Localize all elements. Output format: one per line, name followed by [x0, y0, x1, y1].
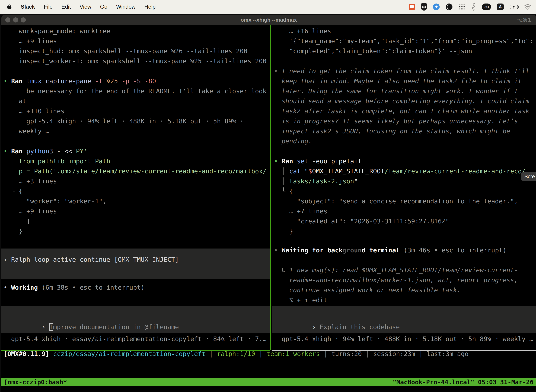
terminal-line: [274, 146, 536, 156]
menu-item-file[interactable]: File: [44, 4, 53, 10]
terminal-line: keep that in mind. Maybe I also need the…: [274, 76, 536, 86]
tmux-session-label[interactable]: [omx-cczip0:bash*: [4, 379, 67, 386]
right-prompt-chevron: ›: [312, 323, 320, 331]
moon-icon[interactable]: [446, 3, 453, 10]
terminal-line: weekly …: [4, 126, 270, 136]
terminal-line: • Ran python3 - <<'PY': [4, 146, 270, 156]
menu-item-help[interactable]: Help: [144, 4, 156, 10]
terminal-line: '{"team_name":"my-team","task_id":"1","f…: [274, 36, 536, 46]
terminal-line: gpt-5.4 xhigh · essay/ai-reimplementatio…: [4, 334, 270, 344]
terminal-line: }: [274, 226, 536, 236]
terminal-line: readme-and-reco/mailbox/worker-1.json, a…: [274, 275, 536, 285]
screen-tooltip: Scre: [521, 172, 536, 181]
terminal-line: • I need to get the claim token from the…: [274, 66, 536, 76]
terminal-line: inspect_worker-1: omx sparkshell --tmux-…: [4, 56, 270, 66]
apple-menu-icon[interactable]: [7, 4, 12, 10]
terminal-line: "completed","claim_token":"claim-token"}…: [274, 46, 536, 56]
terminal-line: inspect_hud: omx sparkshell --tmux-pane …: [4, 46, 270, 56]
terminal-line: "created_at": "2026-03-31T11:59:27.816Z": [274, 216, 536, 226]
terminal-line: [274, 56, 536, 66]
terminal-line: │ … +3 lines: [4, 176, 270, 186]
left-input-placeholder[interactable]: mprove documentation in @filename: [53, 323, 179, 331]
shield-icon[interactable]: [421, 3, 427, 10]
keyboard-layout-icon[interactable]: A: [497, 4, 504, 10]
terminal-line: is in progress? It seems likely but perh…: [274, 116, 536, 126]
tmux-status-bar: [omx-cczip0:bash* "MacBook-Pro-44.local"…: [1, 378, 536, 386]
terminal-line: [4, 66, 270, 76]
terminal-line: ]: [4, 216, 270, 226]
menu-bar: Slack File Edit View Go Window Help: [0, 0, 536, 14]
terminal-line: └ be necessary for the end of the README…: [4, 86, 270, 96]
terminal-line: │ p = Path('.omx/state/team/review-curre…: [4, 166, 270, 176]
terminal-line: should send a message before completing …: [274, 96, 536, 106]
terminal-line: └ {: [4, 186, 270, 196]
terminal-line: › Ralph loop active continue [OMX_TMUX_I…: [1, 254, 270, 265]
left-input-cursor[interactable]: I: [49, 323, 53, 331]
menu-item-edit[interactable]: Edit: [61, 4, 71, 10]
right-input-band[interactable]: › Explain this codebase: [272, 306, 536, 333]
menu-item-window[interactable]: Window: [116, 4, 135, 10]
terminal-line: … +7 lines: [274, 206, 536, 216]
terminal-line: • Waiting for background terminal (3m 46…: [274, 245, 536, 255]
terminal-line: │ tasks/task-2.json": [274, 176, 536, 186]
terminal-line: gpt-5.4 xhigh · 94% left · 488K in · 5.1…: [4, 116, 270, 126]
wifi-icon[interactable]: [524, 4, 531, 10]
left-pane-output: workspace_mode: worktree … +9 lines insp…: [4, 26, 270, 236]
terminal-line: inspect task2's JSON, focusing on the st…: [274, 126, 536, 136]
bolt-icon[interactable]: [433, 4, 440, 10]
window-title: omx --xhigh --madmax: [1, 17, 536, 23]
dragon-icon[interactable]: [471, 3, 476, 10]
terminal-line: task2 after task1 is complete, but can I…: [274, 106, 536, 116]
tmux-host-clock-label: "MacBook-Pro-44.local" 05:03 31-Mar-26: [393, 379, 534, 386]
terminal-line: • Ran set -euo pipefail: [274, 156, 536, 166]
terminal-line: … +9 lines: [4, 206, 270, 216]
left-prompt-chevron: ›: [42, 323, 49, 331]
terminal-line: "subject": "send a concise recommendatio…: [274, 196, 536, 206]
menu-item-view[interactable]: View: [80, 4, 91, 10]
dots-grid-icon[interactable]: [459, 4, 465, 10]
window-titlebar[interactable]: omx --xhigh --madmax ⌥⌘1: [1, 15, 536, 25]
ralph-loop-band: › Ralph loop active continue [OMX_TMUX_I…: [1, 248, 270, 279]
terminal-line: … +9 lines: [4, 36, 270, 46]
terminal-line: • Ran tmux capture-pane -t %25 -p -S -80: [4, 76, 270, 86]
tmux-pane-left[interactable]: workspace_mode: worktree … +9 lines insp…: [1, 25, 270, 350]
terminal-line: │ cat "$OMX_TEAM_STATE_ROOT/team/review-…: [274, 166, 536, 176]
pane-divider-vertical[interactable]: [270, 25, 271, 350]
terminal-line: later. Using the same for transition mig…: [274, 86, 536, 96]
terminal-line: • Working (6m 38s • esc to interrupt): [4, 282, 270, 292]
left-input-band[interactable]: › Improve documentation in @filename: [1, 306, 270, 333]
omx-hud-status-line: [OMX#0.11.9] cczip/essay/ai-reimplementa…: [4, 349, 469, 359]
terminal-line: "worker": "worker-1",: [4, 196, 270, 206]
terminal-line: at: [4, 96, 270, 106]
terminal-line: │ from pathlib import Path: [4, 156, 270, 166]
chat-icon[interactable]: [409, 4, 415, 10]
terminal-line: … +110 lines: [4, 106, 270, 116]
terminal-line: workspace_mode: worktree: [4, 26, 270, 36]
terminal-line: … +16 lines: [274, 26, 536, 36]
terminal-line: pending.: [274, 136, 536, 146]
terminal-window: omx --xhigh --madmax ⌥⌘1 workspace_mode:…: [1, 15, 536, 392]
terminal-line: }: [4, 226, 270, 236]
terminal-line: [4, 136, 270, 146]
terminal-content: workspace_mode: worktree … +9 lines insp…: [1, 25, 536, 392]
working-status-line: • Working (6m 38s • esc to interrupt): [4, 282, 270, 292]
terminal-line: └ {: [274, 186, 536, 196]
menu-app-name[interactable]: Slack: [21, 4, 35, 10]
right-pane-output: … +16 lines '{"team_name":"my-team","tas…: [274, 26, 536, 236]
badge-61-icon[interactable]: ..61: [482, 4, 491, 10]
left-model-status-line: gpt-5.4 xhigh · essay/ai-reimplementatio…: [4, 334, 270, 344]
battery-icon[interactable]: [510, 5, 518, 9]
right-input-placeholder[interactable]: Explain this codebase: [320, 323, 400, 331]
right-model-status-line: gpt-5.4 xhigh · 94% left · 488K in · 5.1…: [274, 334, 536, 344]
tmux-pane-right[interactable]: … +16 lines '{"team_name":"my-team","tas…: [272, 25, 536, 350]
menu-item-go[interactable]: Go: [100, 4, 107, 10]
terminal-line: ↳ 1 new msg(s): read $OMX_TEAM_STATE_ROO…: [274, 265, 536, 275]
waiting-status-line: • Waiting for background terminal (3m 46…: [274, 245, 536, 255]
terminal-line: gpt-5.4 xhigh · 94% left · 488K in · 5.1…: [274, 334, 536, 344]
terminal-line: [OMX#0.11.9] cczip/essay/ai-reimplementa…: [4, 349, 469, 359]
mailbox-message-block: ↳ 1 new msg(s): read $OMX_TEAM_STATE_ROO…: [274, 265, 536, 305]
terminal-line: ⌥ + ↑ edit: [274, 295, 536, 305]
terminal-line: continue assigned work or next feasible …: [274, 285, 536, 295]
